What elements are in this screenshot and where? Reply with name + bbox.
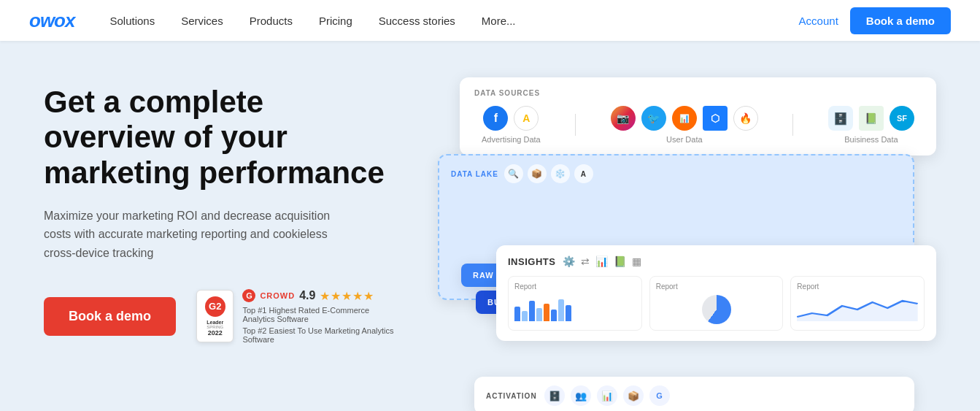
bar2 <box>522 311 528 321</box>
dl-icon-search: 🔍 <box>504 164 523 183</box>
book-demo-hero-button[interactable]: Book a demo <box>44 297 176 336</box>
act-icon-google: G <box>649 385 670 406</box>
hero-subtitle: Maximize your marketing ROI and decrease… <box>44 207 350 263</box>
donut-wrapper <box>656 295 777 324</box>
bar-chart <box>514 295 636 321</box>
activation-card: ACTIVATION 🗄️ 👥 📊 📦 G <box>474 377 914 411</box>
crowd-rating: 4.9 <box>299 289 315 302</box>
user-data-group: 📷 🐦 📊 ⬡ 🔥 User Data <box>611 106 758 144</box>
advertising-group: f A Advertising Data <box>482 106 541 144</box>
twitter-icon: 🐦 <box>641 106 666 131</box>
act-icon-box: 📦 <box>623 385 644 406</box>
dl-icon-box: 📦 <box>528 164 547 183</box>
nav-links: Solutions Services Products Pricing Succ… <box>109 15 798 27</box>
activation-icons: 🗄️ 👥 📊 📦 G <box>544 385 670 406</box>
data-lake-icons: 🔍 📦 ❄️ A <box>504 164 593 183</box>
crowd-g-icon: G <box>242 289 255 302</box>
g2-badge-year: 2022 <box>208 329 223 337</box>
bar5 <box>544 304 549 321</box>
bar8 <box>566 305 571 321</box>
activation-label: ACTIVATION <box>486 392 537 400</box>
divider2 <box>792 114 793 136</box>
act-icon-bar: 📊 <box>597 385 617 406</box>
svg-marker-0 <box>797 301 918 321</box>
badge-area: G2 Leader SPRING 2022 G CROWD 4.9 ★★★★★ … <box>196 289 394 344</box>
insights-header: INSIGHTS ⚙️ ⇄ 📊 📗 ▦ <box>508 256 925 267</box>
donut-chart <box>702 295 731 324</box>
insights-icon-4: 📗 <box>614 256 626 267</box>
data-lake-label: DATA LAKE 🔍 📦 ❄️ A <box>451 164 901 183</box>
nav-solutions[interactable]: Solutions <box>109 15 155 27</box>
g2-badge: G2 Leader SPRING 2022 <box>196 290 234 342</box>
logo[interactable]: owox <box>29 9 74 32</box>
report-label-1: Report <box>514 283 636 291</box>
crowd-logo: CROWD <box>260 291 295 300</box>
business-data-label: Buisiness Data <box>844 135 898 144</box>
sheets-icon: 📗 <box>859 106 884 131</box>
account-link[interactable]: Account <box>799 15 838 27</box>
insights-card: INSIGHTS ⚙️ ⇄ 📊 📗 ▦ Report <box>496 245 936 341</box>
insights-icon-1: ⚙️ <box>563 256 575 267</box>
activation-row: ACTIVATION 🗄️ 👥 📊 📦 G <box>486 385 903 406</box>
report-label-2: Report <box>656 283 777 291</box>
crowd-info: G CROWD 4.9 ★★★★★ Top #1 Highest Rated E… <box>242 289 394 344</box>
hero-right: DATA SOURCES f A Advertising Data 📷 🐦 <box>438 77 936 391</box>
firebase-icon: 🔥 <box>733 106 758 131</box>
report-card-2: Report <box>649 276 784 331</box>
act-icon-db: 🗄️ <box>544 385 565 406</box>
google-icon: A <box>514 106 539 131</box>
advertising-label: Advertising Data <box>482 135 541 144</box>
insights-icon-2: ⇄ <box>581 256 590 267</box>
hero-left: Get a complete overview of your marketin… <box>44 77 394 358</box>
hero-title: Get a complete overview of your marketin… <box>44 85 394 191</box>
bar7 <box>558 299 564 321</box>
nav-services[interactable]: Services <box>181 15 223 27</box>
navbar: owox Solutions Services Products Pricing… <box>0 0 980 41</box>
nav-success-stories[interactable]: Success stories <box>379 15 455 27</box>
salesforce-icon: SF <box>890 106 914 131</box>
data-sources-label: DATA SOURCES <box>474 89 922 97</box>
user-data-label: User Data <box>666 135 703 144</box>
data-sources-card: DATA SOURCES f A Advertising Data 📷 🐦 <box>460 77 936 155</box>
bar4 <box>536 308 542 321</box>
line-chart-svg <box>797 295 918 321</box>
dl-icon-snowflake: ❄️ <box>551 164 570 183</box>
bar1 <box>514 307 520 321</box>
facebook-icon: f <box>483 106 508 131</box>
hero-section: Get a complete overview of your marketin… <box>0 41 980 411</box>
nav-more[interactable]: More... <box>482 15 516 27</box>
bar6 <box>551 310 557 321</box>
insights-label: INSIGHTS <box>508 256 555 267</box>
business-data-group: 🗄️ 📗 SF Buisiness Data <box>828 106 914 144</box>
divider1 <box>575 114 576 136</box>
nav-pricing[interactable]: Pricing <box>319 15 352 27</box>
report-card-1: Report <box>508 276 642 331</box>
hero-actions: Book a demo G2 Leader SPRING 2022 G CROW… <box>44 289 394 344</box>
book-demo-nav-button[interactable]: Book a demo <box>850 7 951 34</box>
analytics-icon: 📊 <box>672 106 697 131</box>
instagram-icon: 📷 <box>611 106 636 131</box>
stars: ★★★★★ <box>320 289 374 303</box>
g2-icon: G2 <box>209 301 221 312</box>
crowd-top: G CROWD 4.9 ★★★★★ <box>242 289 394 303</box>
crowd-text2: Top #2 Easiest To Use Marketing Analytic… <box>242 326 394 344</box>
reports-row: Report Report <box>508 276 925 331</box>
line-chart <box>797 295 918 321</box>
nav-right: Account Book a demo <box>799 7 951 34</box>
act-icon-people: 👥 <box>571 385 591 406</box>
insights-icon-5: ▦ <box>632 256 641 267</box>
bar3 <box>529 301 535 321</box>
report-label-3: Report <box>797 283 918 291</box>
dl-icon-amazon: A <box>574 164 593 183</box>
data-sources-icons: f A Advertising Data 📷 🐦 📊 ⬡ 🔥 User <box>474 106 922 144</box>
insights-icons: ⚙️ ⇄ 📊 📗 ▦ <box>563 256 641 267</box>
database-icon: 🗄️ <box>828 106 853 131</box>
nav-products[interactable]: Products <box>250 15 293 27</box>
report-card-3: Report <box>790 276 925 331</box>
hex-icon: ⬡ <box>703 106 728 131</box>
insights-icon-3: 📊 <box>595 256 608 267</box>
g2-badge-leader: Leader <box>207 320 223 325</box>
crowd-text1: Top #1 Highest Rated E-Commerce Analytic… <box>242 306 394 323</box>
